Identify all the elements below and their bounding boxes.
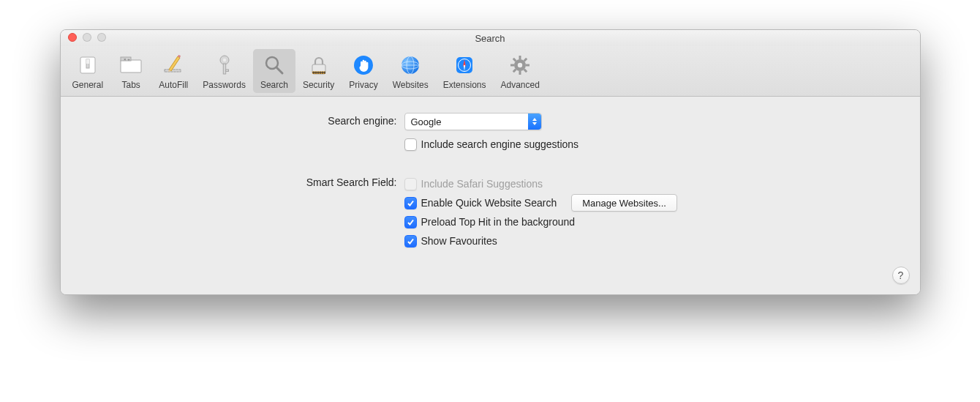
lock-icon	[306, 52, 332, 78]
hand-circle-icon	[350, 52, 377, 78]
search-engine-label: Search engine:	[83, 113, 404, 127]
toolbar-item-search[interactable]: Search	[253, 49, 295, 93]
toolbar-item-label: Privacy	[349, 80, 377, 90]
svg-rect-38	[510, 64, 514, 67]
toolbar-item-label: Tabs	[122, 80, 140, 90]
window-title: Search	[475, 33, 505, 44]
gear-icon	[507, 52, 533, 78]
include-suggestions-checkbox[interactable]	[404, 138, 417, 151]
svg-rect-39	[526, 64, 529, 67]
tabs-icon: × +	[118, 52, 144, 78]
key-icon	[211, 52, 238, 78]
toolbar-item-security[interactable]: Security	[295, 49, 342, 93]
toolbar-item-passwords[interactable]: Passwords	[195, 49, 253, 93]
quick-website-search-label: Enable Quick Website Search	[421, 197, 557, 209]
svg-line-16	[276, 67, 282, 73]
svg-rect-36	[519, 56, 521, 59]
toolbar-item-label: Websites	[393, 80, 429, 90]
toolbar-item-label: General	[72, 80, 104, 90]
titlebar: Search	[61, 30, 920, 46]
toolbar-item-privacy[interactable]: Privacy	[342, 49, 385, 93]
include-suggestions-label: Include search engine suggestions	[421, 138, 579, 150]
manage-websites-button[interactable]: Manage Websites...	[571, 194, 677, 212]
quick-website-search-checkbox[interactable]	[404, 197, 417, 209]
toolbar-item-websites[interactable]: Websites	[385, 49, 436, 93]
smart-search-field-label: Smart Search Field:	[83, 174, 404, 188]
switch-icon	[75, 52, 101, 78]
pencil-form-icon	[160, 52, 186, 78]
close-window-button[interactable]	[68, 33, 77, 42]
toolbar-item-label: Search	[260, 80, 288, 90]
svg-marker-46	[532, 122, 537, 125]
show-favourites-label: Show Favourites	[421, 235, 497, 247]
toolbar-item-label: AutoFill	[159, 80, 188, 90]
toolbar-item-tabs[interactable]: × + Tabs	[110, 49, 151, 93]
toolbar-item-extensions[interactable]: Extensions	[436, 49, 494, 93]
magnifier-icon	[261, 52, 287, 78]
puzzle-icon	[451, 52, 478, 78]
preferences-content: Search engine: Google Include	[61, 97, 920, 294]
safari-suggestions-label: Include Safari Suggestions	[421, 178, 543, 190]
toolbar-item-autofill[interactable]: AutoFill	[151, 49, 195, 93]
safari-suggestions-checkbox	[404, 178, 417, 190]
toolbar-item-label: Passwords	[203, 80, 246, 90]
toolbar-item-general[interactable]: General	[65, 49, 111, 93]
toolbar-item-label: Extensions	[443, 80, 486, 90]
toolbar-item-advanced[interactable]: Advanced	[493, 49, 546, 93]
svg-rect-14	[225, 70, 228, 72]
help-button[interactable]: ?	[892, 267, 910, 284]
svg-text:×  +: × +	[124, 57, 130, 62]
svg-rect-13	[223, 64, 225, 74]
preload-top-hit-checkbox[interactable]	[404, 216, 417, 228]
toolbar-item-label: Advanced	[500, 80, 539, 90]
search-engine-select[interactable]: Google	[404, 113, 542, 130]
toolbar-item-label: Security	[303, 80, 334, 90]
svg-marker-45	[532, 118, 537, 121]
search-engine-value: Google	[405, 116, 528, 127]
svg-rect-37	[519, 71, 521, 75]
zoom-window-button[interactable]	[97, 33, 106, 42]
preload-top-hit-label: Preload Top Hit in the background	[421, 216, 576, 228]
preferences-window: Search General ×	[60, 29, 921, 295]
svg-rect-2	[86, 59, 89, 64]
svg-rect-3	[121, 60, 141, 72]
show-favourites-checkbox[interactable]	[404, 235, 417, 247]
globe-icon	[397, 52, 423, 78]
svg-marker-8	[169, 56, 180, 71]
preferences-toolbar: General × + Tabs	[61, 46, 920, 97]
select-stepper-icon	[528, 113, 541, 130]
window-controls	[68, 33, 106, 42]
svg-point-44	[518, 63, 522, 67]
svg-point-12	[222, 59, 225, 62]
minimize-window-button[interactable]	[83, 33, 91, 42]
